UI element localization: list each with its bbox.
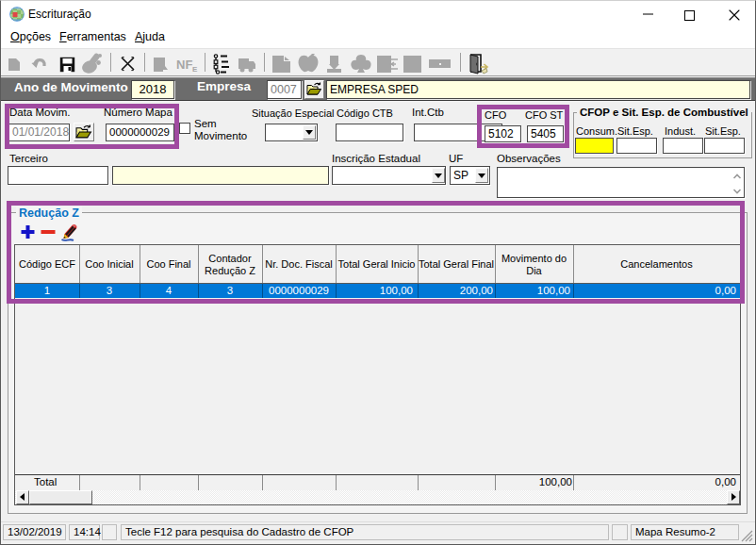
svg-text:NF: NF bbox=[176, 58, 192, 72]
svg-text:E: E bbox=[192, 65, 198, 73]
